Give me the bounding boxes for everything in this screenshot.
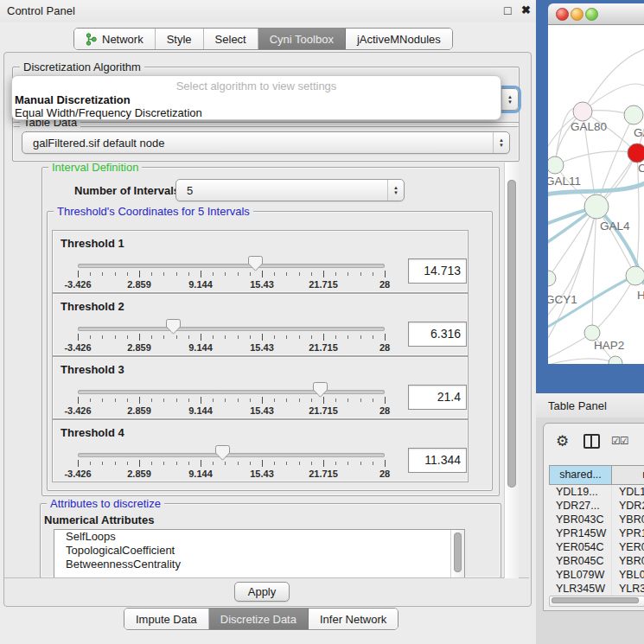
list-scrollbar[interactable] bbox=[450, 530, 464, 577]
panel-scrollbar-thumb[interactable] bbox=[507, 180, 516, 488]
table-scrollbar-thumb[interactable] bbox=[552, 597, 639, 603]
popup-placeholder-item[interactable]: Select algorithm to view settings bbox=[12, 76, 501, 93]
tab-cyni-toolbox[interactable]: Cyni Toolbox bbox=[258, 29, 346, 49]
algorithm-dropdown-popup: Select algorithm to view settings Manual… bbox=[11, 75, 501, 120]
numerical-attributes-list[interactable]: SelfLoops TopologicalCoefficient Between… bbox=[54, 529, 465, 578]
threshold-value-field[interactable]: 6.316 bbox=[408, 322, 467, 347]
threshold-slider[interactable]: -3.426 2.859 9.144 15.43 21.715 28 bbox=[78, 231, 385, 292]
node-label: GA bbox=[634, 126, 644, 139]
node[interactable] bbox=[626, 266, 644, 285]
table-row[interactable]: YBL079WYBL079W bbox=[549, 568, 644, 582]
slider-tick-labels: -3.426 2.859 9.144 15.43 21.715 28 bbox=[78, 279, 385, 290]
slider-ticks bbox=[78, 397, 385, 405]
tab-style[interactable]: Style bbox=[156, 29, 204, 49]
slider-ticks bbox=[78, 460, 385, 468]
column-header-name[interactable]: name bbox=[612, 466, 644, 484]
popup-item-manual-discretization[interactable]: Manual Discretization bbox=[12, 93, 501, 106]
tab-select[interactable]: Select bbox=[204, 29, 258, 49]
slider-ticks bbox=[78, 334, 385, 341]
tab-label: Impute Data bbox=[136, 613, 197, 626]
table-row[interactable]: YBR043CYBR043C bbox=[549, 513, 644, 526]
node[interactable] bbox=[624, 105, 643, 124]
node-gal4[interactable] bbox=[584, 194, 609, 219]
minimize-traffic-light[interactable] bbox=[571, 8, 583, 21]
float-window-icon[interactable]: □ bbox=[504, 3, 511, 17]
tab-label: Style bbox=[167, 33, 192, 46]
popup-item-equal-width-frequency[interactable]: Equal Width/Frequency Discretization bbox=[12, 106, 501, 119]
slider-tick-labels: -3.426 2.859 9.144 15.43 21.715 28 bbox=[78, 469, 385, 479]
table-row[interactable]: YDL19...YDL19... bbox=[549, 485, 644, 499]
tab-network[interactable]: Network bbox=[74, 29, 156, 49]
slider-thumb[interactable] bbox=[248, 256, 263, 271]
threshold-slider[interactable]: -3.426 2.859 9.144 15.43 21.715 28 bbox=[78, 294, 385, 355]
gear-icon[interactable]: ⚙ bbox=[556, 432, 569, 450]
number-of-intervals-combobox[interactable]: 5 ▲▼ bbox=[175, 179, 405, 201]
columns-icon[interactable] bbox=[583, 434, 600, 449]
tab-discretize-data[interactable]: Discretize Data bbox=[209, 609, 309, 629]
attributes-group-label: Attributes to discretize bbox=[47, 498, 164, 509]
column-header-shared-name[interactable]: shared... bbox=[550, 466, 612, 484]
slider-ticks bbox=[78, 271, 385, 278]
table-row[interactable]: YER054CYER054C bbox=[549, 540, 644, 554]
table-data-combobox[interactable]: galFiltered.sif default node ▲▼ bbox=[22, 131, 510, 154]
numerical-attributes-label: Numerical Attributes bbox=[44, 513, 154, 526]
threshold-slider[interactable]: -3.426 2.859 9.144 15.43 21.715 28 bbox=[78, 357, 385, 418]
slider-track[interactable] bbox=[78, 453, 385, 457]
table-horizontal-scrollbar[interactable] bbox=[549, 596, 644, 607]
list-item[interactable]: BetweennessCentrality bbox=[54, 558, 464, 571]
node-label: GAL11 bbox=[548, 175, 581, 188]
threshold-value-field[interactable]: 11.344 bbox=[408, 448, 467, 473]
slider-thumb[interactable] bbox=[215, 445, 230, 461]
node-table[interactable]: shared... name YDL19...YDL19... YDR27...… bbox=[549, 465, 644, 596]
slider-track[interactable] bbox=[78, 390, 385, 394]
list-item[interactable]: SelfLoops bbox=[54, 530, 464, 544]
node-selected-red[interactable] bbox=[628, 143, 644, 163]
slider-thumb[interactable] bbox=[166, 319, 181, 335]
threshold-value-field[interactable]: 21.4 bbox=[408, 385, 467, 410]
tab-impute-data[interactable]: Impute Data bbox=[124, 609, 209, 629]
tab-infer-network[interactable]: Infer Network bbox=[309, 609, 398, 629]
network-canvas[interactable]: GAL80 GA C GAL11 GAL4 GCY1 H HAP2 bbox=[548, 25, 644, 364]
close-traffic-light[interactable] bbox=[556, 8, 569, 21]
threshold-value-field[interactable]: 14.713 bbox=[408, 258, 467, 284]
cyni-toolbox-panel: Discretization Algorithm ▲▼ Table Data g… bbox=[3, 52, 532, 607]
network-view-window: GAL80 GA C GAL11 GAL4 GCY1 H HAP2 bbox=[536, 0, 644, 393]
table-toolbar: ⚙ ☑☑ bbox=[544, 424, 644, 460]
node-label: HAP2 bbox=[594, 339, 624, 352]
tab-label: Discretize Data bbox=[220, 613, 296, 626]
table-header-row: shared... name bbox=[549, 465, 644, 485]
list-item[interactable]: TopologicalCoefficient bbox=[54, 544, 464, 558]
panel-scrollbar[interactable] bbox=[504, 163, 519, 578]
node-gal11[interactable] bbox=[548, 156, 564, 174]
tab-jactivemnodules[interactable]: jActiveMNodules bbox=[346, 29, 452, 49]
bottom-tab-bar: Impute Data Discretize Data Infer Networ… bbox=[124, 608, 399, 630]
network-graph: GAL80 GA C GAL11 GAL4 GCY1 H HAP2 bbox=[548, 25, 644, 364]
table-panel-inner: ⚙ ☑☑ shared... name YDL19...YDL19... YDR… bbox=[543, 423, 644, 611]
table-panel-titlebar: Table Panel bbox=[536, 393, 644, 418]
network-icon bbox=[86, 33, 97, 46]
list-scrollbar-thumb[interactable] bbox=[454, 532, 462, 572]
table-row[interactable]: YLR345WYLR345W bbox=[549, 582, 644, 596]
zoom-traffic-light[interactable] bbox=[585, 8, 598, 21]
screen: Control Panel □ ✖ Network Style Select C… bbox=[0, 0, 644, 644]
slider-thumb[interactable] bbox=[313, 382, 328, 398]
apply-button[interactable]: Apply bbox=[234, 582, 290, 602]
node-gal80[interactable] bbox=[573, 102, 592, 121]
table-row[interactable]: YDR27...YDR27... bbox=[549, 499, 644, 513]
table-data-value: galFiltered.sif default node bbox=[22, 137, 493, 150]
slider-track[interactable] bbox=[78, 264, 385, 268]
node-gcy1[interactable] bbox=[548, 271, 556, 286]
table-panel-title: Table Panel bbox=[548, 399, 607, 412]
node-label: GCY1 bbox=[548, 293, 577, 306]
thresholds-group-label: Threshold's Coordinates for 5 Intervals bbox=[54, 206, 253, 217]
combo-stepper-icon: ▲▼ bbox=[493, 132, 509, 153]
close-icon[interactable]: ✖ bbox=[521, 3, 531, 16]
table-row[interactable]: YBR045CYBR045C bbox=[549, 554, 644, 568]
threshold-slider[interactable]: -3.426 2.859 9.144 15.43 21.715 28 bbox=[78, 420, 385, 481]
discretization-algorithm-label: Discretization Algorithm bbox=[20, 61, 144, 73]
threshold-panel: Threshold 4 -3.426 2.859 9.144 15.43 21.… bbox=[52, 419, 469, 482]
node-label: GAL80 bbox=[571, 120, 607, 133]
table-row[interactable]: YPR145WYPR145W bbox=[549, 526, 644, 540]
select-columns-icon[interactable]: ☑☑ bbox=[611, 435, 628, 447]
slider-track[interactable] bbox=[78, 327, 385, 331]
